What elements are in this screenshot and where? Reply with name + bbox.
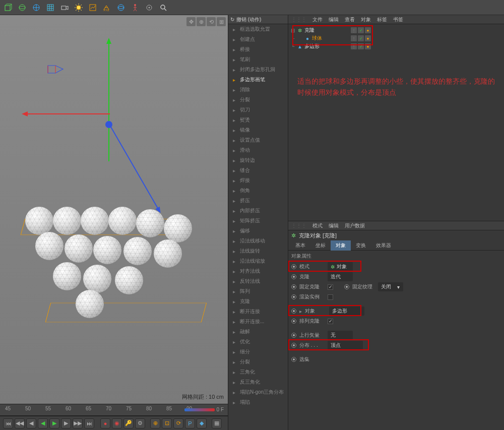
tool-27[interactable]: ▸克隆 xyxy=(228,296,288,306)
menu-bookmarks[interactable]: 书签 xyxy=(393,16,403,23)
radio-icon[interactable] xyxy=(291,294,296,299)
tool-4[interactable]: ▸封闭多边形孔洞 xyxy=(228,65,288,75)
tree-row[interactable]: ⊟✲克隆⋮✓● xyxy=(290,26,502,34)
play-button[interactable]: ▶ xyxy=(49,418,59,428)
render-tag[interactable]: ✓ xyxy=(358,35,364,41)
fixclone-checkbox[interactable] xyxy=(328,284,333,290)
autokey-button[interactable]: ◉ xyxy=(112,418,122,428)
tool-36[interactable]: ▸塌陷N-gon三角分布 xyxy=(228,387,288,397)
tool-3[interactable]: ▸笔刷 xyxy=(228,54,288,65)
vp-rotate-icon[interactable]: ⟲ xyxy=(207,17,216,26)
arrange-checkbox[interactable] xyxy=(328,319,333,324)
record-button[interactable]: ● xyxy=(100,418,110,428)
display-tag[interactable]: ● xyxy=(365,27,371,33)
display-tag[interactable]: ● xyxy=(365,35,371,41)
tool-7[interactable]: ▸分裂 xyxy=(228,95,288,105)
effector-icon[interactable] xyxy=(143,2,155,14)
search-icon[interactable] xyxy=(157,2,169,14)
menu-object[interactable]: 对象 xyxy=(361,16,371,23)
tool-11[interactable]: ▸设置点值 xyxy=(228,135,288,145)
tool-29[interactable]: ▸断开连接... xyxy=(228,317,288,327)
timeline-ruler[interactable]: 45 50 55 60 65 70 75 80 85 90 0 F xyxy=(0,404,228,416)
upvector-dropdown[interactable]: 无 xyxy=(328,331,353,340)
object-link-field[interactable]: 多边形 xyxy=(329,306,364,316)
pos-key-button[interactable]: ⊕ xyxy=(150,418,160,428)
options-button[interactable]: ⚙ xyxy=(135,418,145,428)
visibility-tag[interactable]: ⋮ xyxy=(351,43,357,49)
radio-icon[interactable] xyxy=(291,343,296,348)
dopesheet-button[interactable]: ▦ xyxy=(212,418,222,428)
tool-12[interactable]: ▸滑动 xyxy=(228,145,288,155)
tree-row[interactable]: └▲多边形⋮✓● xyxy=(290,42,502,50)
menu-file[interactable]: 文件 xyxy=(312,16,323,23)
axis-icon[interactable]: XYZ xyxy=(101,2,113,14)
tool-31[interactable]: ▸优化 xyxy=(228,337,288,347)
tool-18[interactable]: ▸内部挤压 xyxy=(228,206,288,216)
menu-edit[interactable]: 编辑 xyxy=(329,16,339,23)
next-key-button[interactable]: ▶▶ xyxy=(73,418,83,428)
attr-menu-mode[interactable]: 模式 xyxy=(312,222,323,229)
tool-37[interactable]: ▸塌陷 xyxy=(228,397,288,407)
tool-17[interactable]: ▸挤压 xyxy=(228,196,288,206)
radio-icon[interactable] xyxy=(291,264,296,269)
null-icon[interactable] xyxy=(30,2,42,14)
tool-10[interactable]: ▸镜像 xyxy=(228,125,288,135)
tool-33[interactable]: ▸分裂 xyxy=(228,357,288,367)
tool-35[interactable]: ▸反三角化 xyxy=(228,377,288,387)
tool-21[interactable]: ▸沿法线移动 xyxy=(228,236,288,246)
tool-23[interactable]: ▸沿法线缩放 xyxy=(228,256,288,266)
tab-effectors[interactable]: 效果器 xyxy=(371,240,396,251)
radio-icon[interactable] xyxy=(344,284,349,289)
attr-menu-edit[interactable]: 编辑 xyxy=(329,222,339,229)
tool-26[interactable]: ▸阵列 xyxy=(228,286,288,296)
figure-icon[interactable] xyxy=(129,2,141,14)
world-icon[interactable] xyxy=(115,2,127,14)
tab-coord[interactable]: 坐标 xyxy=(310,240,331,251)
tool-20[interactable]: ▸偏移 xyxy=(228,226,288,236)
clone-dropdown[interactable]: 迭代 xyxy=(328,272,353,281)
radio-icon[interactable] xyxy=(291,333,296,338)
param-key-button[interactable]: P xyxy=(185,418,195,428)
menu-tags[interactable]: 标签 xyxy=(377,16,387,23)
radio-icon[interactable] xyxy=(291,309,296,314)
sphere-icon[interactable] xyxy=(16,2,28,14)
visibility-tag[interactable]: ⋮ xyxy=(351,35,357,41)
prev-frame-button[interactable]: ◀ xyxy=(26,418,36,428)
tool-25[interactable]: ▸反转法线 xyxy=(228,276,288,286)
tool-19[interactable]: ▸矩阵挤压 xyxy=(228,216,288,226)
tool-8[interactable]: ▸切刀 xyxy=(228,105,288,115)
render-tag[interactable]: ✓ xyxy=(358,43,364,49)
fixtex-dropdown[interactable]: 关闭▾ xyxy=(378,282,403,291)
camera-icon[interactable] xyxy=(58,2,71,14)
pla-key-button[interactable]: ◆ xyxy=(197,418,207,428)
tool-34[interactable]: ▸三角化 xyxy=(228,367,288,377)
tool-32[interactable]: ▸细分 xyxy=(228,347,288,357)
attr-menu-userdata[interactable]: 用户数据 xyxy=(345,222,365,229)
tool-15[interactable]: ▸焊接 xyxy=(228,175,288,186)
key-button[interactable]: 🔑 xyxy=(123,418,134,428)
y-axis-gizmo[interactable] xyxy=(108,40,109,161)
goto-start-button[interactable]: ⏮ xyxy=(3,418,13,428)
render-tag[interactable]: ✓ xyxy=(358,27,364,33)
radio-icon[interactable] xyxy=(291,319,296,324)
radio-icon[interactable] xyxy=(291,357,296,362)
x-axis-gizmo[interactable] xyxy=(24,113,110,114)
tool-22[interactable]: ▸法线旋转 xyxy=(228,246,288,256)
tool-24[interactable]: ▸对齐法线 xyxy=(228,266,288,276)
tool-1[interactable]: ▸创建点 xyxy=(228,34,288,44)
3d-viewport[interactable]: ✥ ⊕ ⟲ ⊞ 网格间距 : 10 cm xyxy=(0,15,228,404)
renderinstance-checkbox[interactable] xyxy=(328,294,333,300)
tool-14[interactable]: ▸缝合 xyxy=(228,165,288,175)
tab-basic[interactable]: 基本 xyxy=(290,240,310,251)
render-icon[interactable] xyxy=(87,2,99,14)
tool-9[interactable]: ▸熨烫 xyxy=(228,115,288,125)
refresh-icon[interactable]: ↻ xyxy=(230,17,234,22)
vp-layout-icon[interactable]: ⊞ xyxy=(217,17,226,26)
prev-key-button[interactable]: ◀◀ xyxy=(15,418,25,428)
tool-5[interactable]: ▸多边形画笔 xyxy=(228,75,288,85)
z-axis-gizmo[interactable] xyxy=(108,124,160,211)
tool-16[interactable]: ▸倒角 xyxy=(228,186,288,196)
goto-end-button[interactable]: ⏭ xyxy=(84,418,94,428)
vp-pan-icon[interactable]: ✥ xyxy=(186,17,196,26)
tool-2[interactable]: ▸桥接 xyxy=(228,44,288,54)
